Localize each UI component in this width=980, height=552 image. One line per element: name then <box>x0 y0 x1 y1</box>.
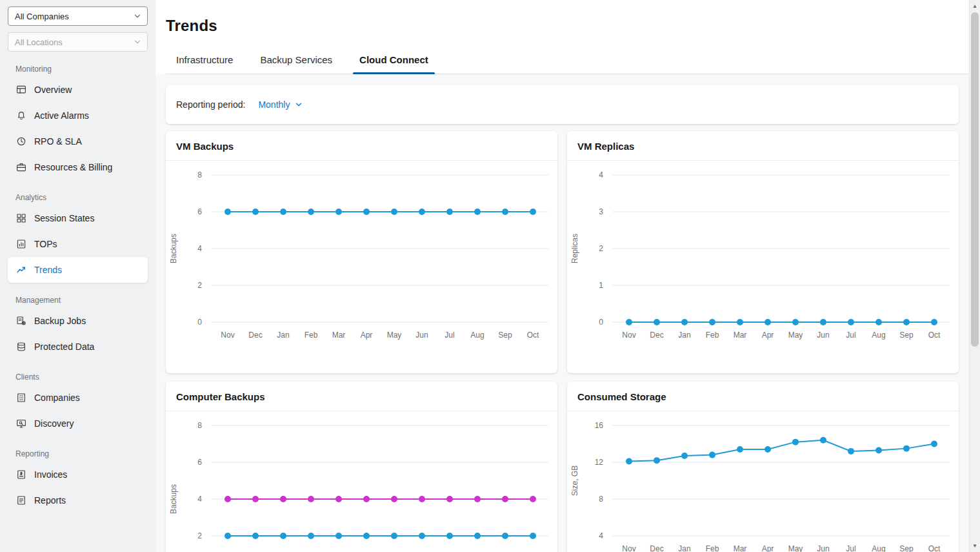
reporting-period-dropdown[interactable]: Monthly <box>258 99 303 110</box>
chevron-down-icon <box>133 12 142 21</box>
svg-text:Jan: Jan <box>277 331 289 340</box>
svg-text:Backups: Backups <box>169 484 178 514</box>
rpo-sla-icon <box>15 136 27 147</box>
sidebar-item-label: Backup Jobs <box>34 316 86 326</box>
trends-icon <box>15 264 27 276</box>
svg-text:8: 8 <box>599 495 603 504</box>
sidebar-item-rpo-sla[interactable]: RPO & SLA <box>8 128 148 154</box>
svg-text:Sep: Sep <box>899 331 914 340</box>
sidebar-item-invoices[interactable]: Invoices <box>8 462 148 487</box>
svg-text:Apr: Apr <box>762 331 774 340</box>
backup-jobs-icon <box>15 315 27 327</box>
sidebar-item-label: Companies <box>34 393 80 403</box>
svg-text:Dec: Dec <box>248 331 262 340</box>
svg-text:6: 6 <box>197 458 202 467</box>
sidebar-section-management: Management <box>15 296 140 305</box>
chart-area-consumed-storage: 161284Size, GBNovDecJanFebMarAprMayJunJu… <box>567 411 959 552</box>
svg-text:Jun: Jun <box>817 331 829 340</box>
scroll-up-icon[interactable]: ▲ <box>970 1 980 12</box>
sidebar-item-session-states[interactable]: Session States <box>8 205 148 231</box>
tops-icon <box>15 238 27 250</box>
chart-plot: 161284Size, GBNovDecJanFebMarAprMayJunJu… <box>567 411 959 552</box>
svg-text:2: 2 <box>599 244 603 253</box>
svg-text:Nov: Nov <box>622 544 635 552</box>
chart-card-consumed-storage: Consumed Storage 161284Size, GBNovDecJan… <box>567 382 959 552</box>
svg-text:12: 12 <box>595 458 604 467</box>
chevron-down-icon <box>294 100 303 109</box>
svg-text:Mar: Mar <box>332 331 346 340</box>
svg-text:Oct: Oct <box>928 331 941 340</box>
svg-text:16: 16 <box>595 421 604 430</box>
chart-area-vm-replicas: 43210ReplicasNovDecJanFebMarAprMayJunJul… <box>567 161 959 373</box>
sidebar-item-label: Active Alarms <box>34 110 89 121</box>
charts-grid: VM Backups 86420BackupsNovDecJanFebMarAp… <box>166 131 959 552</box>
svg-text:4: 4 <box>599 170 603 179</box>
svg-text:Aug: Aug <box>872 544 885 552</box>
companies-icon <box>15 392 27 404</box>
svg-text:0: 0 <box>599 318 603 327</box>
chart-card-computer-backups: Computer Backups 86420BackupsNovDecJanFe… <box>166 382 557 552</box>
reporting-period-card: Reporting period: Monthly <box>166 85 959 124</box>
sidebar-item-reports[interactable]: Reports <box>8 487 148 513</box>
sidebar-item-companies[interactable]: Companies <box>8 385 148 411</box>
svg-text:Mar: Mar <box>734 544 747 552</box>
svg-text:Aug: Aug <box>470 331 484 340</box>
sidebar-item-active-alarms[interactable]: Active Alarms <box>8 103 148 128</box>
svg-text:2: 2 <box>197 281 202 290</box>
sidebar-item-tops[interactable]: TOPs <box>8 231 148 257</box>
discovery-icon <box>15 418 27 429</box>
sidebar-item-label: Discovery <box>34 418 74 429</box>
sidebar-section-reporting: Reporting <box>15 449 140 458</box>
tab-backup-services[interactable]: Backup Services <box>254 54 339 74</box>
location-filter-value: All Locations <box>15 37 63 47</box>
reports-icon <box>15 495 27 506</box>
svg-text:2: 2 <box>197 531 202 540</box>
sidebar-item-label: Reports <box>34 495 66 506</box>
session-states-icon <box>15 212 27 224</box>
svg-text:Mar: Mar <box>734 331 747 340</box>
sidebar-item-resources-billing[interactable]: Resources & Billing <box>8 154 148 180</box>
svg-text:Feb: Feb <box>706 331 719 340</box>
tab-cloud-connect[interactable]: Cloud Connect <box>353 54 435 74</box>
svg-text:Backups: Backups <box>169 234 178 263</box>
sidebar-item-overview[interactable]: Overview <box>8 77 148 103</box>
vertical-scrollbar[interactable]: ▲ ▼ <box>969 0 980 552</box>
sidebar-item-discovery[interactable]: Discovery <box>8 411 148 436</box>
svg-text:Jan: Jan <box>678 331 690 340</box>
svg-text:Feb: Feb <box>706 544 719 552</box>
chart-title: VM Backups <box>166 131 557 161</box>
svg-text:Size, GB: Size, GB <box>570 465 579 496</box>
tab-infrastructure[interactable]: Infrastructure <box>170 54 239 74</box>
svg-text:Jun: Jun <box>415 331 428 340</box>
svg-text:4: 4 <box>197 495 202 504</box>
sidebar-section-clients: Clients <box>15 373 140 382</box>
chart-area-vm-backups: 86420BackupsNovDecJanFebMarAprMayJunJulA… <box>166 161 557 373</box>
svg-text:Dec: Dec <box>650 331 663 340</box>
svg-text:Sep: Sep <box>899 544 914 552</box>
svg-text:Jul: Jul <box>846 331 855 340</box>
svg-text:Sep: Sep <box>498 331 512 340</box>
sidebar-item-label: TOPs <box>34 239 57 249</box>
svg-text:Feb: Feb <box>305 331 318 340</box>
sidebar-item-trends[interactable]: Trends <box>8 257 148 283</box>
chart-area-computer-backups: 86420BackupsNovDecJanFebMarAprMayJunJulA… <box>166 411 557 552</box>
sidebar-item-backup-jobs[interactable]: Backup Jobs <box>8 308 148 334</box>
location-filter-select[interactable]: All Locations <box>8 32 148 52</box>
chart-card-vm-backups: VM Backups 86420BackupsNovDecJanFebMarAp… <box>166 131 557 373</box>
scrollbar-thumb[interactable] <box>971 12 979 347</box>
svg-text:May: May <box>387 331 402 340</box>
reporting-period-value: Monthly <box>258 99 290 110</box>
sidebar: All Companies All Locations Monitoring O… <box>0 0 155 552</box>
sidebar-section-monitoring: Monitoring <box>15 65 140 74</box>
chart-card-vm-replicas: VM Replicas 43210ReplicasNovDecJanFebMar… <box>567 131 959 373</box>
company-filter-select[interactable]: All Companies <box>8 6 148 26</box>
scroll-down-icon[interactable]: ▼ <box>970 540 980 551</box>
sidebar-item-label: Overview <box>34 85 72 95</box>
sidebar-item-protected-data[interactable]: Protected Data <box>8 334 148 360</box>
svg-text:Apr: Apr <box>361 331 373 340</box>
protected-data-icon <box>15 341 27 353</box>
svg-text:8: 8 <box>197 170 202 179</box>
svg-text:Jul: Jul <box>445 331 454 340</box>
content-area: Reporting period: Monthly VM Backups 864… <box>155 74 969 552</box>
resources-billing-icon <box>15 161 27 173</box>
